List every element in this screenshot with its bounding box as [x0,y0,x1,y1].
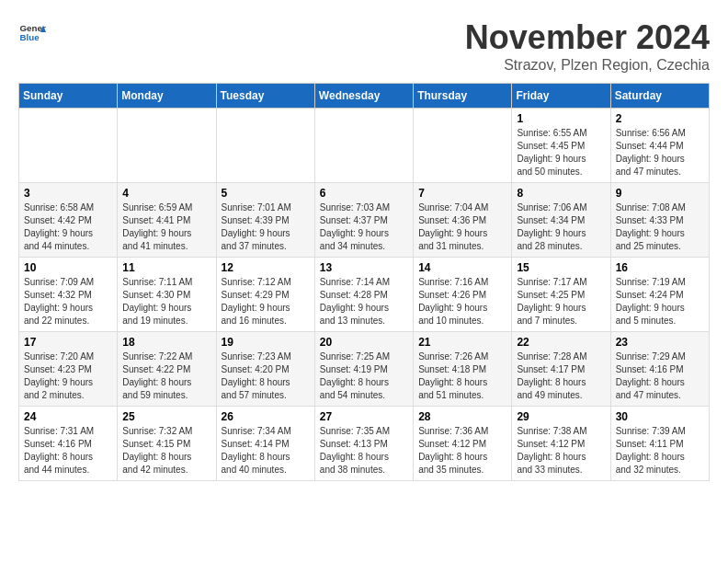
day-info: Sunrise: 6:58 AM Sunset: 4:42 PM Dayligh… [24,201,112,253]
day-info: Sunrise: 7:19 AM Sunset: 4:24 PM Dayligh… [616,276,704,327]
day-info: Sunrise: 7:34 AM Sunset: 4:14 PM Dayligh… [222,425,310,477]
calendar-cell [19,109,118,183]
calendar-cell [314,109,413,183]
day-number: 17 [24,336,112,349]
day-number: 11 [122,261,210,274]
calendar-cell: 22Sunrise: 7:28 AM Sunset: 4:17 PM Dayli… [512,332,610,407]
day-number: 16 [616,261,704,274]
day-header-wednesday: Wednesday [314,84,413,109]
day-number: 3 [24,187,112,200]
day-info: Sunrise: 7:36 AM Sunset: 4:12 PM Dayligh… [418,425,506,477]
day-info: Sunrise: 7:09 AM Sunset: 4:32 PM Dayligh… [24,276,112,327]
day-number: 19 [222,336,310,349]
logo: General Blue [18,18,46,46]
calendar-cell: 20Sunrise: 7:25 AM Sunset: 4:19 PM Dayli… [314,332,413,407]
day-info: Sunrise: 7:20 AM Sunset: 4:23 PM Dayligh… [24,350,112,402]
day-info: Sunrise: 7:28 AM Sunset: 4:17 PM Dayligh… [517,350,605,402]
day-number: 18 [122,336,210,349]
calendar-cell: 26Sunrise: 7:34 AM Sunset: 4:14 PM Dayli… [216,407,314,481]
calendar-cell [414,109,512,183]
calendar-cell: 8Sunrise: 7:06 AM Sunset: 4:34 PM Daylig… [512,183,610,258]
day-info: Sunrise: 7:06 AM Sunset: 4:34 PM Dayligh… [517,201,605,253]
day-number: 8 [517,187,605,200]
calendar-cell: 9Sunrise: 7:08 AM Sunset: 4:33 PM Daylig… [610,183,709,258]
day-info: Sunrise: 7:23 AM Sunset: 4:20 PM Dayligh… [222,350,310,402]
calendar-cell: 19Sunrise: 7:23 AM Sunset: 4:20 PM Dayli… [216,332,314,407]
day-info: Sunrise: 6:59 AM Sunset: 4:41 PM Dayligh… [122,201,210,253]
svg-text:Blue: Blue [20,32,40,42]
logo-icon: General Blue [18,18,46,46]
calendar-cell: 24Sunrise: 7:31 AM Sunset: 4:16 PM Dayli… [19,407,118,481]
day-info: Sunrise: 7:17 AM Sunset: 4:25 PM Dayligh… [517,276,605,327]
day-info: Sunrise: 7:11 AM Sunset: 4:30 PM Dayligh… [122,276,210,327]
day-number: 20 [320,336,408,349]
day-number: 15 [517,261,605,274]
day-info: Sunrise: 7:32 AM Sunset: 4:15 PM Dayligh… [122,425,210,477]
calendar-title: November 2024 [465,18,710,57]
day-number: 10 [24,261,112,274]
day-number: 28 [418,410,506,423]
day-number: 27 [320,410,408,423]
day-info: Sunrise: 6:56 AM Sunset: 4:44 PM Dayligh… [616,127,704,178]
day-header-monday: Monday [118,84,216,109]
calendar-cell: 11Sunrise: 7:11 AM Sunset: 4:30 PM Dayli… [118,258,216,332]
day-number: 7 [418,187,506,200]
day-info: Sunrise: 7:12 AM Sunset: 4:29 PM Dayligh… [222,276,310,327]
day-header-thursday: Thursday [414,84,512,109]
day-info: Sunrise: 7:16 AM Sunset: 4:26 PM Dayligh… [418,276,506,327]
day-info: Sunrise: 7:08 AM Sunset: 4:33 PM Dayligh… [616,201,704,253]
calendar-cell: 5Sunrise: 7:01 AM Sunset: 4:39 PM Daylig… [216,183,314,258]
calendar-cell: 10Sunrise: 7:09 AM Sunset: 4:32 PM Dayli… [19,258,118,332]
day-info: Sunrise: 7:22 AM Sunset: 4:22 PM Dayligh… [122,350,210,402]
day-number: 29 [517,410,605,423]
day-header-sunday: Sunday [19,84,118,109]
calendar-cell: 1Sunrise: 6:55 AM Sunset: 4:45 PM Daylig… [512,109,610,183]
day-number: 30 [616,410,704,423]
calendar-cell: 14Sunrise: 7:16 AM Sunset: 4:26 PM Dayli… [414,258,512,332]
day-number: 24 [24,410,112,423]
calendar-cell [118,109,216,183]
calendar-cell: 23Sunrise: 7:29 AM Sunset: 4:16 PM Dayli… [610,332,709,407]
week-row-4: 17Sunrise: 7:20 AM Sunset: 4:23 PM Dayli… [19,332,710,407]
calendar-cell: 25Sunrise: 7:32 AM Sunset: 4:15 PM Dayli… [118,407,216,481]
day-number: 5 [222,187,310,200]
day-info: Sunrise: 7:31 AM Sunset: 4:16 PM Dayligh… [24,425,112,477]
day-info: Sunrise: 7:01 AM Sunset: 4:39 PM Dayligh… [222,201,310,253]
calendar-cell: 29Sunrise: 7:38 AM Sunset: 4:12 PM Dayli… [512,407,610,481]
calendar-cell: 30Sunrise: 7:39 AM Sunset: 4:11 PM Dayli… [610,407,709,481]
day-number: 12 [222,261,310,274]
day-info: Sunrise: 7:04 AM Sunset: 4:36 PM Dayligh… [418,201,506,253]
calendar-cell: 7Sunrise: 7:04 AM Sunset: 4:36 PM Daylig… [414,183,512,258]
calendar-cell: 12Sunrise: 7:12 AM Sunset: 4:29 PM Dayli… [216,258,314,332]
day-info: Sunrise: 7:39 AM Sunset: 4:11 PM Dayligh… [616,425,704,477]
day-number: 25 [122,410,210,423]
calendar-cell: 28Sunrise: 7:36 AM Sunset: 4:12 PM Dayli… [414,407,512,481]
calendar-cell: 16Sunrise: 7:19 AM Sunset: 4:24 PM Dayli… [610,258,709,332]
day-number: 14 [418,261,506,274]
calendar-table: SundayMondayTuesdayWednesdayThursdayFrid… [18,83,710,481]
title-area: November 2024 Strazov, Plzen Region, Cze… [465,18,710,74]
day-number: 23 [616,336,704,349]
day-number: 2 [616,112,704,125]
day-info: Sunrise: 7:25 AM Sunset: 4:19 PM Dayligh… [320,350,408,402]
calendar-cell: 2Sunrise: 6:56 AM Sunset: 4:44 PM Daylig… [610,109,709,183]
calendar-cell: 27Sunrise: 7:35 AM Sunset: 4:13 PM Dayli… [314,407,413,481]
day-number: 21 [418,336,506,349]
calendar-cell: 17Sunrise: 7:20 AM Sunset: 4:23 PM Dayli… [19,332,118,407]
week-row-1: 1Sunrise: 6:55 AM Sunset: 4:45 PM Daylig… [19,109,710,183]
calendar-cell: 15Sunrise: 7:17 AM Sunset: 4:25 PM Dayli… [512,258,610,332]
day-info: Sunrise: 7:03 AM Sunset: 4:37 PM Dayligh… [320,201,408,253]
week-row-2: 3Sunrise: 6:58 AM Sunset: 4:42 PM Daylig… [19,183,710,258]
day-number: 6 [320,187,408,200]
calendar-cell: 3Sunrise: 6:58 AM Sunset: 4:42 PM Daylig… [19,183,118,258]
day-number: 13 [320,261,408,274]
calendar-cell: 18Sunrise: 7:22 AM Sunset: 4:22 PM Dayli… [118,332,216,407]
day-info: Sunrise: 7:38 AM Sunset: 4:12 PM Dayligh… [517,425,605,477]
calendar-cell: 4Sunrise: 6:59 AM Sunset: 4:41 PM Daylig… [118,183,216,258]
day-info: Sunrise: 7:29 AM Sunset: 4:16 PM Dayligh… [616,350,704,402]
day-number: 22 [517,336,605,349]
day-info: Sunrise: 7:26 AM Sunset: 4:18 PM Dayligh… [418,350,506,402]
day-info: Sunrise: 7:14 AM Sunset: 4:28 PM Dayligh… [320,276,408,327]
day-number: 26 [222,410,310,423]
day-header-tuesday: Tuesday [216,84,314,109]
